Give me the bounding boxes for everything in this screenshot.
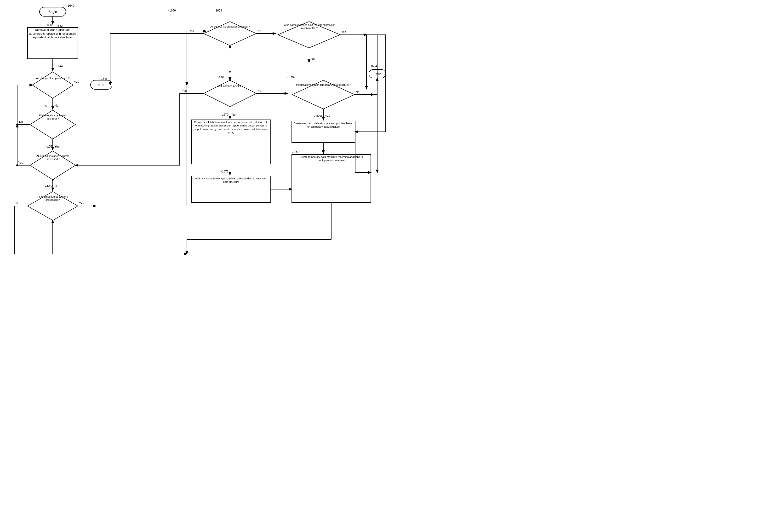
id-1672-label: ⌐1672: [220, 170, 229, 173]
diamond-1652-text: All original instance pointers processed…: [34, 154, 71, 161]
id-1654-label: ⌐1654: [45, 185, 53, 188]
diamond-1662-text: Modifications match temporary data struc…: [296, 83, 351, 86]
id-1652-label: ⌐1652: [46, 145, 54, 148]
id-1640: 1640: [68, 4, 74, 7]
id-1670-label: ⌐1670: [220, 113, 229, 116]
no-1660: No: [257, 89, 261, 92]
yes-1656: Yes: [189, 29, 194, 33]
yes-1652: Yes: [18, 161, 23, 164]
no-1652: No: [55, 185, 58, 188]
diamond-1654-text: All original output pointers processed ?: [32, 195, 73, 201]
yes-1650: Yes: [55, 145, 59, 148]
no-1660-down: No: [232, 113, 236, 116]
id-1642-label: ⌐1642: [55, 24, 63, 28]
id-1662-label: ⌐1662: [287, 75, 296, 79]
yes-1644: Yes: [74, 81, 79, 84]
id-1644-label: ⌐1644: [55, 64, 63, 68]
yes-1660: Yes: [182, 89, 187, 92]
diamond-1660-text: First instance pointer ?: [209, 85, 251, 88]
id-1664-label: ⌐1664: [369, 64, 377, 68]
id-1660-label: ⌐1660: [216, 75, 224, 79]
yes-1662: Yes: [325, 115, 330, 118]
box-1666: Create new latch data structure and poin…: [293, 122, 354, 129]
diamond-1644-text: All Dial pointers processed ?: [35, 77, 70, 80]
no-1654: No: [16, 202, 19, 205]
no-1644: 1650: [42, 104, 48, 108]
diamond-1658-text: Latch name matches next regular expressi…: [281, 23, 337, 30]
no-1644b: No: [55, 104, 58, 107]
box-1674: Create temporary data structure recordin…: [293, 155, 370, 162]
arrow-label-1642: ⌐1642: [45, 23, 52, 26]
box-1670: Create new latch data structure in accor…: [193, 120, 270, 134]
no-1658: No: [311, 57, 315, 61]
id-1658-label: 1658: [216, 9, 222, 12]
yes-1658: Yes: [341, 30, 346, 34]
svg-point-14: [16, 164, 18, 166]
svg-point-65: [52, 179, 54, 181]
id-1674-label: ⌐1674: [292, 150, 300, 154]
id-1666-label: ⌐1666: [314, 115, 322, 118]
no-1656: No: [257, 29, 261, 33]
id-1646-label: ⌐1646: [99, 77, 108, 80]
box-1642: Remove all clone latch data structures &…: [29, 28, 77, 40]
begin-label: Begin: [48, 10, 57, 14]
no-1650: No: [19, 120, 23, 124]
svg-point-64: [229, 71, 231, 73]
diamond-1650-text: Dial directly attached to latch(es) ?: [35, 114, 71, 120]
no-1662: No: [356, 90, 360, 94]
box-1672: Add new column to mapping table correspo…: [193, 177, 270, 184]
diamond-1656-text: All control file entries processed ?: [208, 25, 252, 28]
id-1656-label: ⌐1656: [168, 9, 176, 12]
end-label: End: [98, 83, 104, 87]
yes-1654: Yes: [79, 202, 84, 205]
